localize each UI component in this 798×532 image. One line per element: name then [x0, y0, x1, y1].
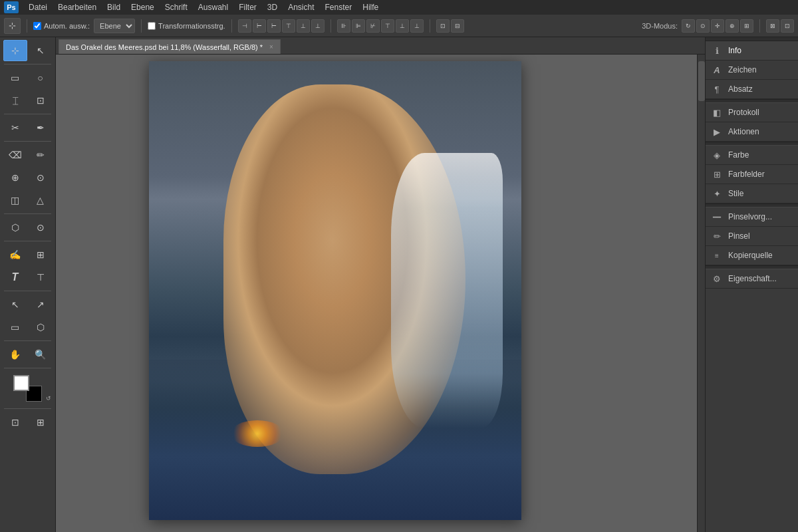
artboard-tool[interactable]: ↖	[29, 40, 53, 61]
text-v-tool[interactable]: ⊤	[29, 267, 53, 288]
panel-header-farbfelder[interactable]: ⊞ Farbfelder	[706, 165, 798, 184]
view-1[interactable]: ⊠	[766, 19, 779, 33]
ellipse-shape-tool[interactable]: ⬡	[29, 317, 53, 338]
transform-checkbox[interactable]: Transformationsstrg.	[148, 22, 225, 30]
3d-pan[interactable]: ✛	[711, 19, 724, 33]
tool-row-4: ✂ ✒	[1, 117, 54, 138]
text-tool[interactable]: T	[3, 267, 27, 288]
menu-datei[interactable]: Datei	[24, 1, 52, 13]
3d-mode-label: 3D-Modus:	[642, 22, 678, 30]
vector-pen-tool[interactable]: ⊞	[29, 244, 53, 265]
view-2[interactable]: ⊡	[781, 19, 794, 33]
quick-mask-tool[interactable]: ⊡	[3, 412, 27, 433]
move-tool[interactable]: ⊹	[3, 40, 27, 61]
dist-bottom[interactable]: ⊥	[410, 19, 424, 33]
extra-2[interactable]: ⊟	[451, 19, 464, 33]
tab-close-button[interactable]: ×	[269, 43, 273, 51]
quick-select-tool[interactable]: ⊡	[29, 90, 53, 111]
menu-ansicht[interactable]: Ansicht	[283, 1, 319, 13]
menu-fenster[interactable]: Fenster	[321, 1, 357, 13]
history-brush-tool[interactable]: ⊙	[29, 167, 53, 188]
menu-bearbeiten[interactable]: Bearbeiten	[53, 1, 101, 13]
panel-header-farbe[interactable]: ◈ Farbe	[706, 146, 798, 164]
marquee-ellipse-tool[interactable]: ○	[29, 67, 53, 88]
scrollbar-thumb[interactable]	[698, 61, 705, 101]
panel-header-aktionen[interactable]: ▶ Aktionen	[706, 122, 798, 141]
document-tab[interactable]: Das Orakel des Meeres.psd bei 11,8% (Was…	[59, 39, 281, 54]
brush-tool[interactable]: ✏	[29, 144, 53, 166]
menu-bild[interactable]: Bild	[102, 1, 125, 13]
3d-roll[interactable]: ⊙	[696, 19, 710, 33]
3d-rotate[interactable]: ↻	[682, 19, 695, 33]
zeichen-label: Zeichen	[728, 65, 757, 74]
align-center-h[interactable]: ⊢	[253, 19, 266, 33]
dist-center-v[interactable]: ⊥	[396, 19, 409, 33]
menu-filter[interactable]: Filter	[234, 1, 261, 13]
auto-select-checkbox[interactable]: Autom. ausw.:	[33, 22, 90, 30]
blur-tool[interactable]: ⊙	[29, 217, 53, 238]
align-center-v[interactable]: ⊥	[297, 19, 310, 33]
align-bottom[interactable]: ⊥	[311, 19, 325, 33]
menu-3d[interactable]: 3D	[263, 1, 282, 13]
panel-header-zeichen[interactable]: A Zeichen	[706, 61, 798, 79]
crop-tool[interactable]: ✂	[3, 117, 27, 138]
dist-top[interactable]: ⊤	[381, 19, 394, 33]
pen-tool[interactable]: ✍	[3, 244, 27, 265]
menu-schrift[interactable]: Schrift	[160, 1, 192, 13]
hand-tool[interactable]: ✋	[3, 344, 27, 365]
path-selection-tool[interactable]: ↖	[3, 294, 27, 315]
move-tool-options[interactable]: ⊹	[4, 18, 21, 34]
eyedropper-tool[interactable]: ✒	[29, 117, 53, 138]
align-right[interactable]: ⊢	[267, 19, 281, 33]
gradient-tool[interactable]: △	[29, 190, 53, 211]
marquee-rect-tool[interactable]: ▭	[3, 67, 27, 88]
reset-colors[interactable]: ↺	[46, 395, 51, 402]
panel-header-stile[interactable]: ✦ Stile	[706, 184, 798, 203]
menu-auswahl[interactable]: Auswahl	[194, 1, 233, 13]
protokoll-icon: ◧	[711, 106, 723, 118]
main-area: ⊹ ↖ ▭ ○ ⌶ ⊡ ✂ ✒ ⌫ ✏ ⊕ ⊙ ◫ △	[0, 37, 798, 532]
healing-tool[interactable]: ⌫	[3, 144, 27, 166]
menu-hilfe[interactable]: Hilfe	[358, 1, 383, 13]
options-bar: ⊹ Autom. ausw.: Ebene Transformationsstr…	[0, 15, 798, 37]
dist-center-h[interactable]: ⊫	[352, 19, 365, 33]
canvas-wrapper[interactable]	[56, 55, 705, 532]
eigenschaft-icon: ⚙	[711, 273, 723, 285]
zoom-tool[interactable]: 🔍	[29, 344, 53, 365]
tool-sep-3	[4, 141, 51, 142]
foreground-color-swatch[interactable]	[13, 375, 29, 391]
tool-row-11: ↖ ↗	[1, 294, 54, 315]
panel-header-protokoll[interactable]: ◧ Protokoll	[706, 103, 798, 122]
pinsel-label: Pinsel	[728, 231, 750, 241]
panel-header-absatz[interactable]: ¶ Absatz	[706, 80, 798, 98]
direct-selection-tool[interactable]: ↗	[29, 294, 53, 315]
tool-sep-1	[4, 64, 51, 65]
rect-shape-tool[interactable]: ▭	[3, 317, 27, 338]
panel-header-pinsel[interactable]: ✏ Pinsel	[706, 227, 798, 245]
panel-header-pinselvorg[interactable]: ━━ Pinselvorg...	[706, 207, 798, 226]
tool-sep-2	[4, 114, 51, 114]
menu-ebene[interactable]: Ebene	[126, 1, 159, 13]
dodge-tool[interactable]: ⬡	[3, 217, 27, 238]
panel-section-zeichen: A Zeichen	[706, 61, 798, 80]
align-left[interactable]: ⊣	[238, 19, 251, 33]
eraser-tool[interactable]: ◫	[3, 190, 27, 211]
screen-mode-tool[interactable]: ⊞	[29, 412, 53, 433]
panel-header-kopierquelle[interactable]: ≡ Kopierquelle	[706, 246, 798, 265]
vertical-scrollbar[interactable]	[697, 55, 705, 532]
3d-scale[interactable]: ⊞	[740, 19, 753, 33]
3d-slide[interactable]: ⊕	[726, 19, 739, 33]
align-top[interactable]: ⊤	[282, 19, 295, 33]
lasso-tool[interactable]: ⌶	[3, 90, 27, 111]
aktionen-label: Aktionen	[728, 127, 759, 136]
panel-header-info[interactable]: ℹ Info	[706, 41, 798, 60]
dist-left[interactable]: ⊪	[337, 19, 350, 33]
dist-right[interactable]: ⊬	[366, 19, 380, 33]
tool-sep-9	[4, 408, 51, 409]
panel-header-eigenschaft[interactable]: ⚙ Eigenschaft...	[706, 269, 798, 288]
left-toolbar: ⊹ ↖ ▭ ○ ⌶ ⊡ ✂ ✒ ⌫ ✏ ⊕ ⊙ ◫ △	[0, 37, 56, 532]
distribute-icons-group: ⊪ ⊫ ⊬ ⊤ ⊥ ⊥	[337, 19, 424, 33]
extra-1[interactable]: ⊡	[436, 19, 450, 33]
stamp-tool[interactable]: ⊕	[3, 167, 27, 188]
layer-select[interactable]: Ebene	[94, 19, 135, 33]
